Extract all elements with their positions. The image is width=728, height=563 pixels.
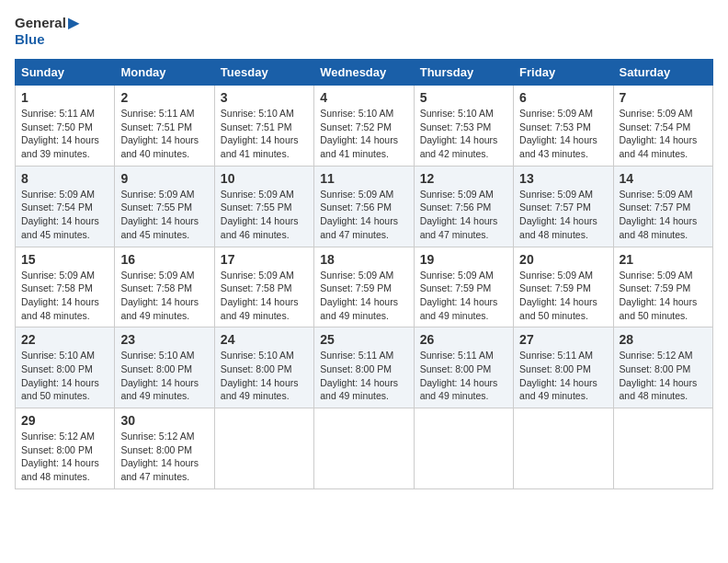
day-info: Sunrise: 5:09 AMSunset: 7:57 PMDaylight:… <box>519 188 607 242</box>
calendar-day-cell: 26Sunrise: 5:11 AMSunset: 8:00 PMDayligh… <box>414 327 513 408</box>
day-number: 16 <box>120 252 208 267</box>
day-number: 18 <box>320 252 407 267</box>
calendar-week-row: 15Sunrise: 5:09 AMSunset: 7:58 PMDayligh… <box>16 247 713 327</box>
calendar-day-cell: 20Sunrise: 5:09 AMSunset: 7:59 PMDayligh… <box>514 247 613 327</box>
day-info: Sunrise: 5:09 AMSunset: 7:58 PMDaylight:… <box>120 269 208 323</box>
calendar-day-cell: 17Sunrise: 5:09 AMSunset: 7:58 PMDayligh… <box>214 247 313 327</box>
calendar-header: SundayMondayTuesdayWednesdayThursdayFrid… <box>16 60 713 86</box>
day-number: 6 <box>519 90 607 105</box>
day-number: 3 <box>221 90 308 105</box>
calendar-body: 1Sunrise: 5:11 AMSunset: 7:50 PMDaylight… <box>16 86 713 489</box>
day-info: Sunrise: 5:09 AMSunset: 7:59 PMDaylight:… <box>519 269 607 323</box>
calendar-week-row: 22Sunrise: 5:10 AMSunset: 8:00 PMDayligh… <box>16 327 713 408</box>
calendar-day-cell <box>314 408 414 489</box>
day-info: Sunrise: 5:12 AMSunset: 8:00 PMDaylight:… <box>620 349 707 403</box>
day-info: Sunrise: 5:11 AMSunset: 8:00 PMDaylight:… <box>420 349 507 403</box>
day-info: Sunrise: 5:11 AMSunset: 8:00 PMDaylight:… <box>320 349 407 403</box>
calendar-week-row: 29Sunrise: 5:12 AMSunset: 8:00 PMDayligh… <box>16 408 713 489</box>
day-info: Sunrise: 5:09 AMSunset: 7:53 PMDaylight:… <box>519 107 607 161</box>
day-info: Sunrise: 5:09 AMSunset: 7:57 PMDaylight:… <box>620 188 707 242</box>
calendar-day-cell: 15Sunrise: 5:09 AMSunset: 7:58 PMDayligh… <box>16 247 115 327</box>
page-header: General▶ Blue <box>15 15 713 48</box>
day-number: 8 <box>21 171 108 186</box>
calendar-day-cell <box>514 408 613 489</box>
day-info: Sunrise: 5:09 AMSunset: 7:55 PMDaylight:… <box>120 188 208 242</box>
calendar-day-cell <box>214 408 313 489</box>
day-of-week-header: Friday <box>514 60 613 86</box>
day-number: 15 <box>21 252 108 267</box>
day-info: Sunrise: 5:09 AMSunset: 7:59 PMDaylight:… <box>420 269 507 323</box>
calendar-day-cell: 14Sunrise: 5:09 AMSunset: 7:57 PMDayligh… <box>613 166 712 247</box>
calendar-day-cell: 10Sunrise: 5:09 AMSunset: 7:55 PMDayligh… <box>214 166 313 247</box>
calendar-day-cell: 24Sunrise: 5:10 AMSunset: 8:00 PMDayligh… <box>214 327 313 408</box>
calendar-day-cell: 6Sunrise: 5:09 AMSunset: 7:53 PMDaylight… <box>514 86 613 167</box>
day-number: 2 <box>120 90 208 105</box>
day-info: Sunrise: 5:09 AMSunset: 7:58 PMDaylight:… <box>21 269 108 323</box>
calendar-day-cell: 18Sunrise: 5:09 AMSunset: 7:59 PMDayligh… <box>314 247 414 327</box>
day-number: 14 <box>620 171 707 186</box>
day-number: 12 <box>420 171 507 186</box>
day-info: Sunrise: 5:10 AMSunset: 8:00 PMDaylight:… <box>21 349 108 403</box>
calendar-day-cell: 25Sunrise: 5:11 AMSunset: 8:00 PMDayligh… <box>314 327 414 408</box>
day-number: 4 <box>320 90 407 105</box>
day-info: Sunrise: 5:10 AMSunset: 7:52 PMDaylight:… <box>320 107 407 161</box>
day-info: Sunrise: 5:10 AMSunset: 7:51 PMDaylight:… <box>221 107 308 161</box>
day-number: 19 <box>420 252 507 267</box>
day-number: 17 <box>221 252 308 267</box>
day-number: 11 <box>320 171 407 186</box>
day-number: 27 <box>519 332 607 347</box>
day-info: Sunrise: 5:09 AMSunset: 7:54 PMDaylight:… <box>21 188 108 242</box>
day-number: 24 <box>221 332 308 347</box>
day-number: 9 <box>120 171 208 186</box>
day-number: 22 <box>21 332 108 347</box>
calendar-day-cell: 7Sunrise: 5:09 AMSunset: 7:54 PMDaylight… <box>613 86 712 167</box>
day-number: 5 <box>420 90 507 105</box>
day-number: 13 <box>519 171 607 186</box>
day-number: 21 <box>620 252 707 267</box>
logo: General▶ Blue <box>15 15 79 48</box>
day-number: 20 <box>519 252 607 267</box>
day-info: Sunrise: 5:10 AMSunset: 7:53 PMDaylight:… <box>420 107 507 161</box>
logo-wordmark: General▶ Blue <box>15 15 79 48</box>
day-of-week-header: Sunday <box>16 60 115 86</box>
calendar-table: SundayMondayTuesdayWednesdayThursdayFrid… <box>15 59 713 489</box>
day-info: Sunrise: 5:11 AMSunset: 8:00 PMDaylight:… <box>519 349 607 403</box>
calendar-day-cell: 19Sunrise: 5:09 AMSunset: 7:59 PMDayligh… <box>414 247 513 327</box>
calendar-day-cell: 23Sunrise: 5:10 AMSunset: 8:00 PMDayligh… <box>115 327 214 408</box>
day-info: Sunrise: 5:09 AMSunset: 7:54 PMDaylight:… <box>620 107 707 161</box>
calendar-day-cell: 5Sunrise: 5:10 AMSunset: 7:53 PMDaylight… <box>414 86 513 167</box>
calendar-day-cell: 4Sunrise: 5:10 AMSunset: 7:52 PMDaylight… <box>314 86 414 167</box>
day-info: Sunrise: 5:11 AMSunset: 7:50 PMDaylight:… <box>21 107 108 161</box>
calendar-day-cell: 30Sunrise: 5:12 AMSunset: 8:00 PMDayligh… <box>115 408 214 489</box>
calendar-week-row: 8Sunrise: 5:09 AMSunset: 7:54 PMDaylight… <box>16 166 713 247</box>
calendar-day-cell: 21Sunrise: 5:09 AMSunset: 7:59 PMDayligh… <box>613 247 712 327</box>
calendar-day-cell: 22Sunrise: 5:10 AMSunset: 8:00 PMDayligh… <box>16 327 115 408</box>
day-number: 29 <box>21 413 108 428</box>
calendar-day-cell: 3Sunrise: 5:10 AMSunset: 7:51 PMDaylight… <box>214 86 313 167</box>
day-number: 25 <box>320 332 407 347</box>
calendar-day-cell: 1Sunrise: 5:11 AMSunset: 7:50 PMDaylight… <box>16 86 115 167</box>
calendar-day-cell: 11Sunrise: 5:09 AMSunset: 7:56 PMDayligh… <box>314 166 414 247</box>
day-info: Sunrise: 5:09 AMSunset: 7:59 PMDaylight:… <box>320 269 407 323</box>
day-number: 23 <box>120 332 208 347</box>
day-number: 1 <box>21 90 108 105</box>
day-info: Sunrise: 5:12 AMSunset: 8:00 PMDaylight:… <box>120 430 208 484</box>
day-info: Sunrise: 5:09 AMSunset: 7:55 PMDaylight:… <box>221 188 308 242</box>
calendar-day-cell <box>414 408 513 489</box>
calendar-day-cell: 28Sunrise: 5:12 AMSunset: 8:00 PMDayligh… <box>613 327 712 408</box>
day-info: Sunrise: 5:10 AMSunset: 8:00 PMDaylight:… <box>120 349 208 403</box>
day-info: Sunrise: 5:10 AMSunset: 8:00 PMDaylight:… <box>221 349 308 403</box>
day-of-week-header: Thursday <box>414 60 513 86</box>
day-info: Sunrise: 5:09 AMSunset: 7:58 PMDaylight:… <box>221 269 308 323</box>
calendar-day-cell: 16Sunrise: 5:09 AMSunset: 7:58 PMDayligh… <box>115 247 214 327</box>
calendar-day-cell: 29Sunrise: 5:12 AMSunset: 8:00 PMDayligh… <box>16 408 115 489</box>
day-info: Sunrise: 5:09 AMSunset: 7:56 PMDaylight:… <box>320 188 407 242</box>
calendar-day-cell: 8Sunrise: 5:09 AMSunset: 7:54 PMDaylight… <box>16 166 115 247</box>
day-number: 10 <box>221 171 308 186</box>
day-info: Sunrise: 5:09 AMSunset: 7:56 PMDaylight:… <box>420 188 507 242</box>
calendar-day-cell: 2Sunrise: 5:11 AMSunset: 7:51 PMDaylight… <box>115 86 214 167</box>
calendar-day-cell: 9Sunrise: 5:09 AMSunset: 7:55 PMDaylight… <box>115 166 214 247</box>
day-info: Sunrise: 5:12 AMSunset: 8:00 PMDaylight:… <box>21 430 108 484</box>
day-info: Sunrise: 5:11 AMSunset: 7:51 PMDaylight:… <box>120 107 208 161</box>
day-number: 26 <box>420 332 507 347</box>
